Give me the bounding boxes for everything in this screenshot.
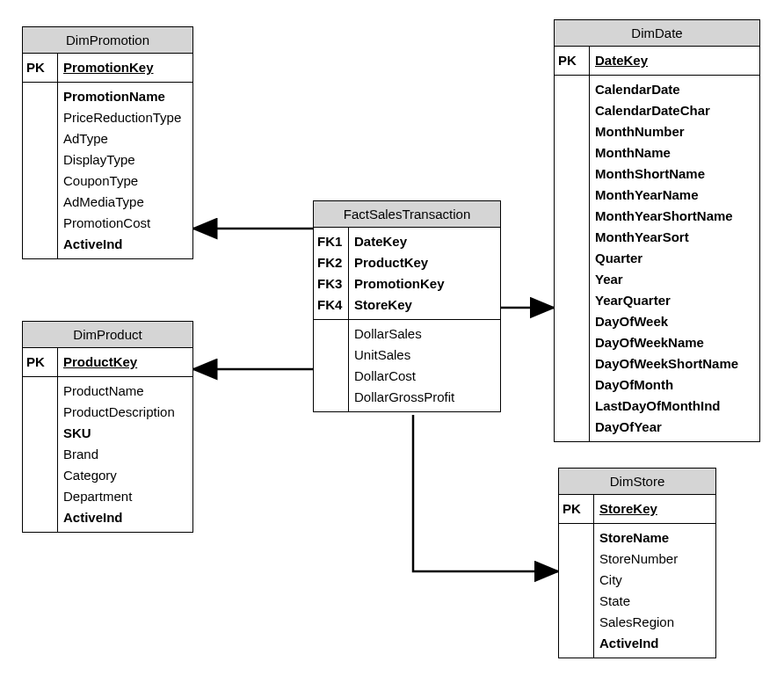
fields-row: PromotionNamePriceReductionTypeAdTypeDis…: [23, 83, 192, 258]
fk-field: PromotionKey: [354, 275, 495, 293]
field: MonthShortName: [595, 165, 754, 183]
field: City: [599, 571, 710, 589]
field: State: [599, 592, 710, 610]
pk-field: PromotionKey: [63, 59, 187, 76]
fk-label: FK4: [317, 296, 345, 314]
fields-container: CalendarDateCalendarDateCharMonthNumberM…: [590, 76, 759, 441]
fields-container: DollarSalesUnitSalesDollarCostDollarGros…: [349, 320, 500, 411]
fk-field: ProductKey: [354, 254, 495, 272]
field: Brand: [63, 446, 187, 463]
pk-field: DateKey: [595, 52, 754, 69]
field: DayOfWeek: [595, 313, 754, 331]
field: StoreName: [599, 529, 710, 547]
field: SalesRegion: [599, 614, 710, 631]
entity-dim-date: DimDate PK DateKey CalendarDateCalendarD…: [554, 19, 760, 442]
fk-label: FK3: [317, 275, 345, 293]
pk-label: PK: [26, 59, 54, 76]
field: ActiveInd: [599, 635, 710, 652]
field: LastDayOfMonthInd: [595, 397, 754, 415]
field: Department: [63, 488, 187, 505]
pk-row: PK ProductKey: [23, 348, 192, 377]
field: ProductName: [63, 382, 187, 400]
entity-dim-store: DimStore PK StoreKey StoreNameStoreNumbe…: [558, 468, 716, 658]
fields-container: StoreNameStoreNumberCityStateSalesRegion…: [594, 524, 715, 658]
pk-label: PK: [558, 52, 585, 69]
entity-title: DimStore: [559, 469, 715, 495]
field: Category: [63, 467, 187, 484]
fields-container: PromotionNamePriceReductionTypeAdTypeDis…: [58, 83, 192, 258]
field: AdMediaType: [63, 193, 187, 211]
entity-title: FactSalesTransaction: [314, 201, 500, 228]
field: Year: [595, 271, 754, 288]
field: PromotionName: [63, 88, 187, 105]
field: StoreNumber: [599, 550, 710, 568]
field: MonthYearSort: [595, 229, 754, 246]
fk-label: FK2: [317, 254, 345, 272]
field: DayOfYear: [595, 418, 754, 436]
pk-field: StoreKey: [599, 500, 710, 518]
field: ActiveInd: [63, 509, 187, 527]
fields-row: StoreNameStoreNumberCityStateSalesRegion…: [559, 524, 715, 658]
field: YearQuarter: [595, 292, 754, 309]
field: UnitSales: [354, 346, 495, 364]
field: CalendarDateChar: [595, 102, 754, 120]
field: MonthYearShortName: [595, 207, 754, 225]
field: MonthYearName: [595, 186, 754, 204]
field: MonthName: [595, 144, 754, 162]
fk-label: FK1: [317, 233, 345, 251]
pk-row: PK DateKey: [555, 47, 759, 76]
pk-label: PK: [563, 500, 590, 518]
pk-label: PK: [26, 353, 54, 371]
fields-row: ProductNameProductDescriptionSKUBrandCat…: [23, 377, 192, 532]
entity-fact-sales-transaction: FactSalesTransaction FK1FK2FK3FK4 DateKe…: [313, 200, 501, 412]
field: PromotionCost: [63, 214, 187, 232]
fk-labels-container: FK1FK2FK3FK4: [314, 228, 349, 319]
field: SKU: [63, 425, 187, 442]
fields-row: DollarSalesUnitSalesDollarCostDollarGros…: [314, 320, 500, 411]
field: AdType: [63, 130, 187, 148]
fk-field: StoreKey: [354, 296, 495, 314]
field: ProductDescription: [63, 403, 187, 421]
entity-title: DimPromotion: [23, 27, 192, 54]
field: CalendarDate: [595, 81, 754, 98]
field: DayOfMonth: [595, 376, 754, 394]
field: DayOfWeekShortName: [595, 355, 754, 373]
fk-row: FK1FK2FK3FK4 DateKeyProductKeyPromotionK…: [314, 228, 500, 320]
field: PriceReductionType: [63, 109, 187, 127]
field: DollarSales: [354, 325, 495, 343]
fields-container: ProductNameProductDescriptionSKUBrandCat…: [58, 377, 192, 532]
pk-field: ProductKey: [63, 353, 187, 371]
fk-field: DateKey: [354, 233, 495, 251]
field: DayOfWeekName: [595, 334, 754, 352]
field: MonthNumber: [595, 123, 754, 141]
field: CouponType: [63, 172, 187, 190]
entity-dim-product: DimProduct PK ProductKey ProductNameProd…: [22, 321, 193, 533]
entity-title: DimDate: [555, 20, 759, 47]
pk-row: PK PromotionKey: [23, 54, 192, 83]
field: DollarGrossProfit: [354, 389, 495, 406]
fk-fields-container: DateKeyProductKeyPromotionKeyStoreKey: [349, 228, 500, 319]
field: DollarCost: [354, 367, 495, 385]
entity-dim-promotion: DimPromotion PK PromotionKey PromotionNa…: [22, 26, 193, 259]
pk-row: PK StoreKey: [559, 495, 715, 524]
fields-row: CalendarDateCalendarDateCharMonthNumberM…: [555, 76, 759, 441]
field: Quarter: [595, 250, 754, 267]
entity-title: DimProduct: [23, 322, 192, 348]
field: ActiveInd: [63, 236, 187, 253]
field: DisplayType: [63, 151, 187, 169]
er-diagram-canvas: DimPromotion PK PromotionKey PromotionNa…: [0, 0, 784, 683]
